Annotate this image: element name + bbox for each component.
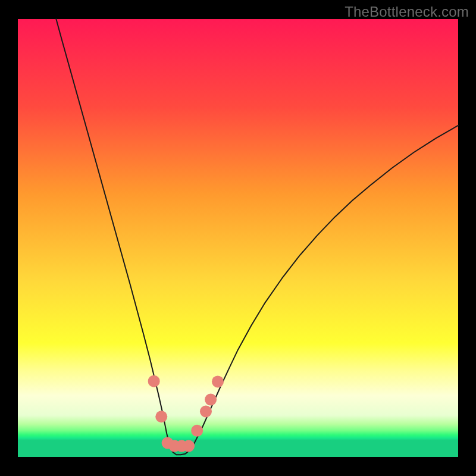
marker-point xyxy=(200,405,212,417)
bottleneck-chart xyxy=(0,0,476,476)
marker-point xyxy=(191,425,203,437)
marker-point xyxy=(205,394,217,406)
marker-point xyxy=(155,411,167,422)
chart-gradient-bg xyxy=(18,19,458,457)
marker-point xyxy=(183,440,195,452)
marker-point xyxy=(212,375,224,387)
watermark-text: TheBottleneck.com xyxy=(345,4,469,20)
marker-point xyxy=(148,375,160,387)
chart-stage: TheBottleneck.com xyxy=(0,0,476,476)
